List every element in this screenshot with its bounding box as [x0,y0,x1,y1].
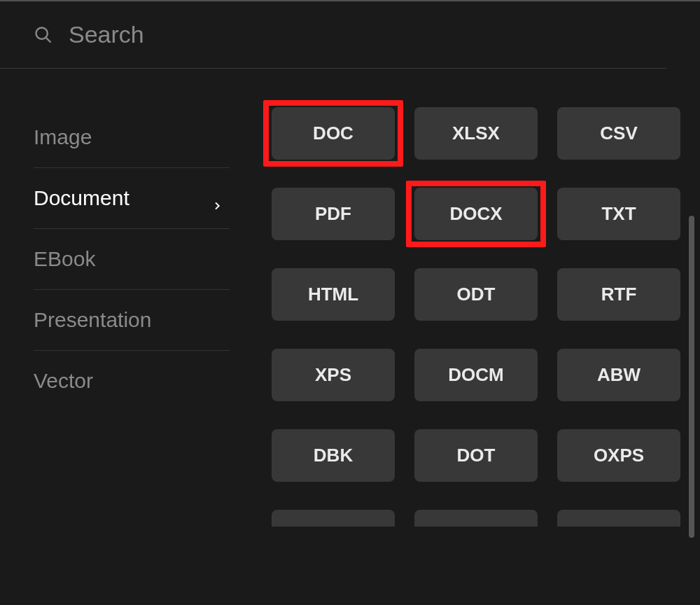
svg-point-0 [36,27,48,39]
sidebar-item-presentation[interactable]: Presentation [34,290,230,351]
format-button-partial[interactable] [557,510,680,527]
sidebar-item-label: EBook [34,247,95,271]
format-button-oxps[interactable]: OXPS [557,429,680,482]
format-button-pdf[interactable]: PDF [272,188,395,240]
category-sidebar: Image Document EBook Presentation [34,107,230,588]
format-button-doc[interactable]: DOC [272,107,395,160]
format-button-dot[interactable]: DOT [414,429,538,482]
format-button-odt[interactable]: ODT [414,268,538,321]
format-button-txt[interactable]: TXT [557,188,680,240]
content-area: Image Document EBook Presentation [0,69,700,588]
chevron-right-icon [211,193,223,204]
format-grid: DOCXLSXCSVPDFDOCXTXTHTMLODTRTFXPSDOCMABW… [272,107,686,527]
scrollbar[interactable] [689,216,694,538]
format-button-dbk[interactable]: DBK [272,429,395,482]
search-input[interactable] [69,21,633,48]
svg-line-1 [46,38,50,42]
sidebar-item-document[interactable]: Document [34,168,230,229]
format-button-xps[interactable]: XPS [272,349,395,401]
format-grid-area: DOCXLSXCSVPDFDOCXTXTHTMLODTRTFXPSDOCMABW… [230,107,700,588]
format-button-xlsx[interactable]: XLSX [414,107,538,160]
format-button-docx[interactable]: DOCX [414,188,538,240]
sidebar-item-label: Presentation [34,308,151,332]
format-button-abw[interactable]: ABW [557,349,680,401]
sidebar-item-ebook[interactable]: EBook [34,229,230,290]
format-button-rtf[interactable]: RTF [557,268,680,321]
format-button-partial[interactable] [272,510,395,527]
sidebar-item-image[interactable]: Image [34,107,230,168]
search-bar [0,1,666,69]
format-picker-panel: Image Document EBook Presentation [0,0,700,605]
format-button-html[interactable]: HTML [272,268,395,321]
sidebar-item-vector[interactable]: Vector [34,351,230,411]
sidebar-item-label: Document [34,186,130,210]
format-button-csv[interactable]: CSV [557,107,680,160]
sidebar-item-label: Image [34,125,92,149]
sidebar-item-label: Vector [34,369,93,393]
format-button-docm[interactable]: DOCM [414,349,538,401]
format-button-partial[interactable] [414,510,538,527]
search-icon [34,25,53,45]
